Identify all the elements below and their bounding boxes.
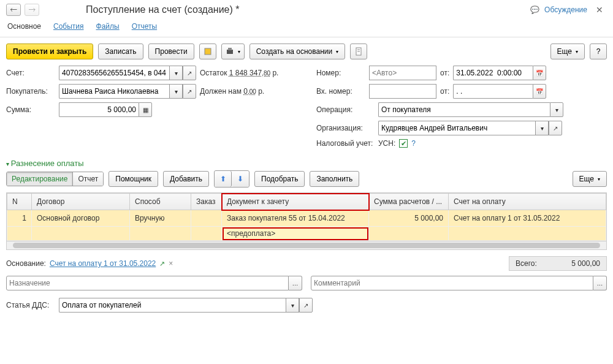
mode-segment: Редактирование Отчет	[6, 172, 104, 186]
cell-schet[interactable]: Счет на оплату 1 от 31.05.2022	[449, 210, 606, 227]
nav-forward-button[interactable]: 🡒	[25, 4, 39, 16]
org-input[interactable]	[378, 121, 535, 135]
basis-link[interactable]: Счет на оплату 1 от 31.05.2022	[50, 259, 156, 268]
doc-icon	[354, 47, 363, 56]
tabs: Основное События Файлы Отчеты	[0, 20, 613, 37]
pick-button[interactable]: Подобрать	[254, 171, 305, 187]
number-label: Номер:	[316, 69, 365, 77]
tax-checkbox[interactable]: ✔	[399, 139, 408, 148]
total-box: Всего: 5 000,00	[509, 256, 607, 271]
paperclip-icon	[204, 47, 212, 56]
payment-table: N Договор Способ Заказ Документ к зачету…	[6, 192, 607, 241]
in-number-label: Вх. номер:	[316, 87, 365, 96]
post-and-close-button[interactable]: Провести и закрыть	[6, 44, 93, 59]
amount-label: Сумма:	[6, 105, 55, 114]
basis-label: Основание:	[6, 259, 46, 268]
cell-n[interactable]: 1	[7, 210, 32, 227]
buyer-dropdown-button[interactable]: ▾	[169, 84, 183, 99]
tax-label: Налоговый учет:	[316, 139, 375, 148]
amount-calc-button[interactable]: ▦	[139, 102, 152, 117]
th-n[interactable]: N	[7, 194, 32, 210]
balance-text: Остаток 1 848 347,80 р.	[200, 69, 278, 77]
table-row[interactable]: 1 Основной договор Вручную Заказ покупат…	[7, 210, 606, 227]
date-picker-button[interactable]: 📅	[533, 66, 546, 80]
dds-dropdown-button[interactable]: ▾	[286, 298, 299, 313]
report-button[interactable]	[350, 44, 367, 59]
in-number-input[interactable]	[369, 84, 436, 99]
operation-input[interactable]	[378, 102, 550, 117]
payment-split-section-header[interactable]: Разнесение оплаты	[0, 154, 613, 170]
org-label: Организация:	[316, 124, 375, 132]
discuss-link[interactable]: Обсуждение	[544, 6, 587, 14]
edit-mode-button[interactable]: Редактирование	[7, 172, 73, 186]
purpose-input[interactable]	[6, 276, 289, 290]
cell-sum[interactable]: 5 000,00	[369, 210, 449, 227]
th-schet[interactable]: Счет на оплату	[449, 194, 606, 210]
th-sposob[interactable]: Способ	[130, 194, 191, 210]
debt-text: Должен нам 0,00 р.	[200, 87, 264, 96]
nav-back-button[interactable]: 🡐	[6, 4, 21, 16]
in-from-label: от:	[440, 87, 449, 96]
number-input[interactable]	[369, 66, 436, 80]
page-title: Поступление на счет (создание) *	[86, 4, 240, 15]
th-zakaz[interactable]: Заказ	[191, 194, 222, 210]
basis-open-icon[interactable]: ↗	[159, 260, 165, 268]
comment-expand-button[interactable]: …	[593, 276, 607, 290]
cell-dogovor[interactable]: Основной договор	[32, 210, 130, 227]
buyer-open-button[interactable]: ↗	[183, 84, 196, 99]
cell-zakaz[interactable]	[191, 210, 222, 227]
cell-doc[interactable]: Заказ покупателя 55 от 15.04.2022	[222, 210, 369, 227]
chat-icon: 💬	[530, 6, 539, 14]
from-label: от:	[440, 69, 449, 77]
create-based-button[interactable]: Создать на основании▾	[249, 44, 346, 59]
account-label: Счет:	[6, 69, 55, 77]
org-open-button[interactable]: ↗	[549, 121, 562, 135]
tab-reports[interactable]: Отчеты	[131, 20, 158, 34]
comment-input[interactable]	[311, 276, 593, 290]
write-button[interactable]: Записать	[98, 44, 143, 59]
tax-value: УСН:	[378, 139, 395, 148]
buyer-input[interactable]	[59, 84, 169, 99]
account-input[interactable]	[59, 66, 169, 80]
table-more-button[interactable]: Еще▾	[573, 171, 607, 187]
buyer-label: Покупатель:	[6, 87, 55, 96]
in-date-input[interactable]	[453, 84, 533, 99]
th-document[interactable]: Документ к зачету	[222, 194, 369, 210]
move-up-button[interactable]: ⬆	[215, 171, 232, 187]
operation-label: Операция:	[316, 105, 375, 114]
post-button[interactable]: Провести	[148, 44, 194, 59]
date-input[interactable]	[453, 66, 533, 80]
print-button[interactable]: ▾	[221, 44, 245, 59]
th-sum[interactable]: Сумма расчетов / ...	[369, 194, 449, 210]
account-open-button[interactable]: ↗	[183, 66, 196, 80]
in-date-picker-button[interactable]: 📅	[533, 84, 546, 99]
th-dogovor[interactable]: Договор	[32, 194, 130, 210]
tab-files[interactable]: Файлы	[95, 20, 121, 34]
org-dropdown-button[interactable]: ▾	[535, 121, 549, 135]
cell-doc2[interactable]: <предоплата>	[222, 227, 369, 241]
more-button[interactable]: Еще▾	[550, 44, 585, 59]
amount-input[interactable]	[59, 102, 139, 117]
operation-dropdown-button[interactable]: ▾	[550, 102, 563, 117]
helper-button[interactable]: Помощник	[109, 171, 158, 187]
tab-main[interactable]: Основное	[6, 20, 42, 34]
add-button[interactable]: Добавить	[163, 171, 209, 187]
account-dropdown-button[interactable]: ▾	[169, 66, 183, 80]
tax-help-icon[interactable]: ?	[411, 139, 416, 148]
help-button[interactable]: ?	[590, 44, 607, 59]
table-row[interactable]: <предоплата>	[7, 227, 606, 241]
move-down-button[interactable]: ⬇	[232, 171, 249, 187]
basis-clear-icon[interactable]: ×	[169, 259, 173, 268]
dds-input[interactable]	[59, 298, 286, 313]
close-icon[interactable]: ✕	[592, 5, 607, 15]
fill-button[interactable]: Заполнить	[310, 171, 359, 187]
dds-open-button[interactable]: ↗	[299, 298, 313, 313]
table-hscrollbar[interactable]	[6, 241, 607, 250]
attach-button[interactable]	[199, 44, 216, 59]
tab-events[interactable]: События	[52, 20, 85, 34]
cell-sposob[interactable]: Вручную	[130, 210, 191, 227]
report-mode-button[interactable]: Отчет	[73, 172, 103, 186]
dds-label: Статья ДДС:	[6, 301, 55, 309]
purpose-expand-button[interactable]: …	[289, 276, 302, 290]
svg-rect-1	[227, 50, 233, 54]
